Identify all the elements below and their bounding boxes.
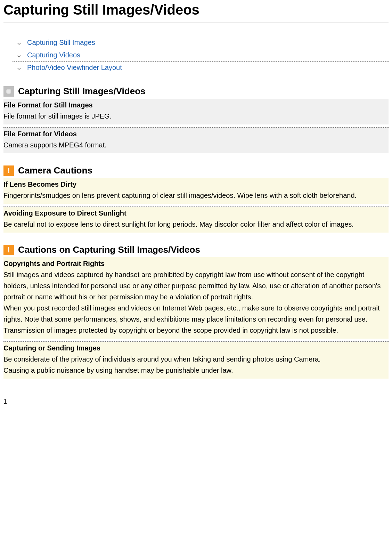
block-body: Be careful not to expose lens to direct …	[3, 219, 386, 230]
toc-item[interactable]: Capturing Videos	[12, 50, 389, 60]
block-title: Copyrights and Portrait Rights	[3, 258, 386, 269]
warning-block: Capturing or Sending Images Be considera…	[3, 342, 389, 379]
section-camera-cautions: ! Camera Cautions If Lens Becomes Dirty …	[3, 165, 389, 233]
section-info: Capturing Still Images/Videos File Forma…	[3, 86, 389, 153]
section-heading: Capturing Still Images/Videos	[3, 86, 389, 97]
section-title: Camera Cautions	[18, 165, 92, 176]
section-title: Capturing Still Images/Videos	[18, 86, 146, 97]
block-body: Be considerate of the privacy of individ…	[3, 354, 386, 376]
arrow-down-icon	[16, 40, 22, 46]
page-number: 1	[3, 398, 389, 405]
arrow-down-icon	[16, 52, 22, 58]
warning-icon: !	[3, 165, 14, 176]
block-title: If Lens Becomes Dirty	[3, 179, 386, 190]
warning-block: Copyrights and Portrait Rights Still ima…	[3, 257, 389, 339]
toc-link: Capturing Videos	[27, 51, 80, 59]
block-title: Capturing or Sending Images	[3, 342, 386, 354]
table-of-contents: Capturing Still Images Capturing Videos …	[12, 37, 389, 74]
block-title: File Format for Videos	[3, 128, 386, 139]
info-icon	[3, 86, 14, 97]
block-body: Camera supports MPEG4 format.	[3, 139, 386, 151]
section-heading: ! Cautions on Capturing Still Images/Vid…	[3, 244, 389, 255]
warning-icon: !	[3, 245, 14, 255]
info-block: File Format for Still Images File format…	[3, 99, 389, 124]
block-title: Avoiding Exposure to Direct Sunlight	[3, 208, 386, 219]
paragraph: Be considerate of the privacy of individ…	[3, 354, 386, 365]
block-body: Still images and videos captured by hand…	[3, 269, 386, 336]
warning-block: Avoiding Exposure to Direct Sunlight Be …	[3, 207, 389, 233]
title-divider	[3, 23, 389, 23]
section-title: Cautions on Capturing Still Images/Video…	[18, 244, 200, 255]
paragraph: When you post recorded still images and …	[3, 302, 386, 336]
arrow-down-icon	[16, 65, 22, 71]
divider	[12, 74, 389, 74]
toc-link: Photo/Video Viewfinder Layout	[27, 64, 122, 72]
section-heading: ! Camera Cautions	[3, 165, 389, 176]
divider	[12, 49, 389, 49]
block-body: Fingerprints/smudges on lens prevent cap…	[3, 190, 386, 201]
toc-item[interactable]: Photo/Video Viewfinder Layout	[12, 62, 389, 73]
paragraph: Causing a public nuisance by using hands…	[3, 365, 386, 376]
section-capture-cautions: ! Cautions on Capturing Still Images/Vid…	[3, 244, 389, 379]
page-title: Capturing Still Images/Videos	[3, 2, 389, 18]
paragraph: Still images and videos captured by hand…	[3, 269, 386, 302]
divider	[12, 61, 389, 62]
info-block: File Format for Videos Camera supports M…	[3, 128, 389, 153]
block-title: File Format for Still Images	[3, 99, 386, 111]
warning-block: If Lens Becomes Dirty Fingerprints/smudg…	[3, 178, 389, 204]
toc-link: Capturing Still Images	[27, 39, 95, 47]
block-body: File format for still images is JPEG.	[3, 111, 386, 122]
toc-item[interactable]: Capturing Still Images	[12, 37, 389, 48]
